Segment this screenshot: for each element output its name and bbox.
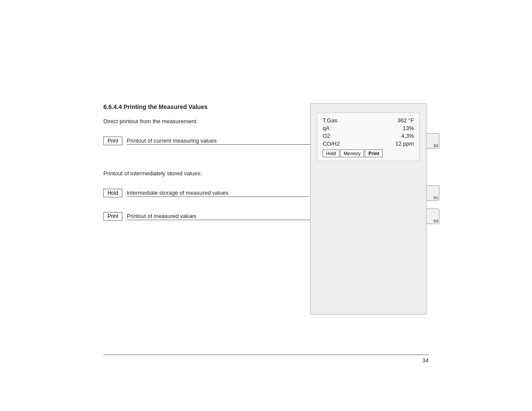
hold-button[interactable]: Hold <box>103 189 122 197</box>
page-number: 34 <box>423 357 429 364</box>
device-hold-button[interactable]: Hold <box>323 149 339 157</box>
meas-value: 362 °F <box>398 117 414 124</box>
meas-value: 12 ppm <box>395 140 414 147</box>
meas-label: CO/H2 <box>323 140 340 147</box>
meas-label: T.Gas <box>323 117 337 124</box>
device-print-button[interactable]: Print <box>365 149 383 157</box>
device-screen: T.Gas362 °FqA13%O24,3%CO/H212 ppm HoldMe… <box>317 112 420 161</box>
device-memory-button[interactable]: Memory <box>340 149 364 157</box>
meas-label: O2 <box>323 133 330 139</box>
page-divider <box>103 355 429 355</box>
print-stored-button[interactable]: Print <box>103 212 122 221</box>
device-measurement-row: qA13% <box>323 125 414 131</box>
meas-value: 4,3% <box>401 133 414 139</box>
print-current-button[interactable]: Print <box>103 137 122 145</box>
device-panel: T.Gas362 °FqA13%O24,3%CO/H212 ppm HoldMe… <box>310 103 426 314</box>
device-measurement-row: O24,3% <box>323 133 414 139</box>
device-measurement-row: T.Gas362 °F <box>323 117 414 124</box>
meas-value: 13% <box>403 125 414 131</box>
device-measurement-row: CO/H212 ppm <box>323 140 414 147</box>
meas-label: qA <box>323 125 330 131</box>
